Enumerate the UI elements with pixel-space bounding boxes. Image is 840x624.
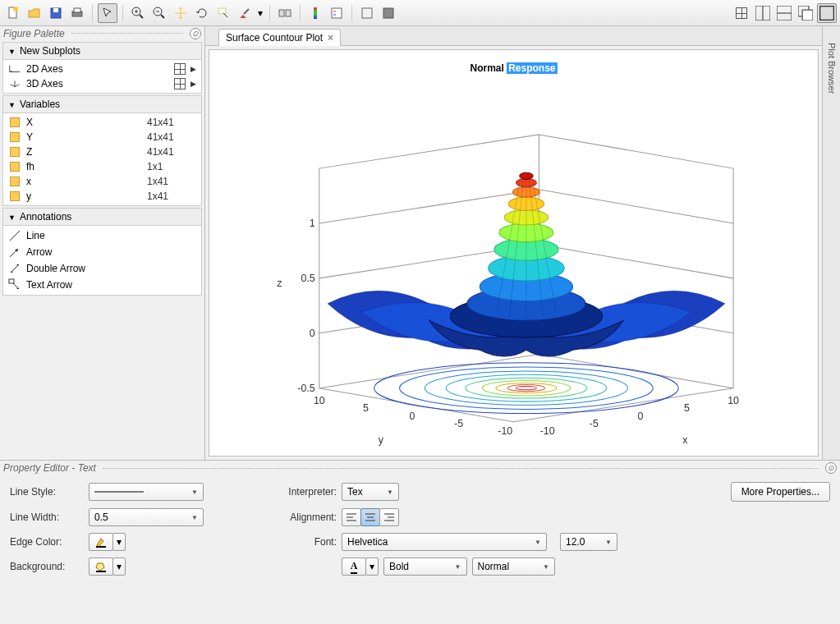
layout-4-button[interactable] (796, 3, 815, 23)
annotations-header[interactable]: Annotations (2, 208, 202, 226)
variable-icon (10, 162, 20, 172)
svg-text:0: 0 (310, 328, 315, 339)
variable-icon (10, 147, 20, 157)
align-left-button[interactable] (342, 508, 361, 526)
variable-row[interactable]: y1x41 (3, 189, 201, 204)
svg-text:z: z (277, 278, 282, 289)
svg-text:-5: -5 (454, 418, 463, 429)
grid-icon[interactable] (174, 63, 186, 75)
svg-point-59 (374, 363, 679, 414)
chevron-right-icon[interactable]: ▶ (190, 80, 196, 88)
rotate-button[interactable] (192, 3, 212, 23)
link-button[interactable] (275, 3, 295, 23)
variable-row[interactable]: Z41x41 (3, 145, 201, 159)
annotation-double-arrow[interactable]: Double Arrow (3, 260, 201, 277)
panel-menu-icon[interactable]: ⊙ (190, 28, 201, 39)
print-button[interactable] (67, 3, 87, 23)
open-button[interactable] (25, 3, 44, 23)
svg-rect-5 (74, 8, 80, 12)
data-cursor-button[interactable] (213, 3, 233, 23)
line-icon (8, 229, 21, 242)
interpreter-dropdown[interactable]: Tex (342, 483, 399, 501)
svg-point-62 (446, 374, 607, 401)
plot-area[interactable]: Normal Response (209, 49, 819, 457)
more-properties-button[interactable]: More Properties... (731, 482, 830, 502)
select-button[interactable] (98, 3, 117, 23)
svg-line-41 (539, 190, 733, 223)
property-editor-panel: Property Editor - Text ⊙ Line Style: Int… (0, 460, 840, 624)
edge-color-dropdown[interactable]: ▾ (112, 533, 126, 551)
close-tab-icon[interactable]: × (328, 32, 333, 44)
variable-row[interactable]: fh1x1 (3, 159, 201, 174)
font-label: Font: (263, 536, 337, 548)
svg-line-7 (140, 15, 143, 18)
layout-1-button[interactable] (732, 3, 751, 23)
chevron-right-icon[interactable]: ▶ (190, 65, 196, 73)
svg-point-63 (466, 378, 587, 398)
save-button[interactable] (46, 3, 66, 23)
plot-browser-panel[interactable]: Plot Browser (822, 26, 840, 460)
font-weight-dropdown[interactable]: Bold (383, 557, 467, 576)
figure-tab[interactable]: Surface Countour Plot × (218, 29, 341, 46)
variable-row[interactable]: x1x41 (3, 174, 201, 189)
subplot-2d-axes[interactable]: 2D Axes ▶ (3, 62, 201, 76)
surface-plot-svg: -0.5 0 0.5 1 z -10 -5 0 5 10 x -10 (209, 50, 818, 456)
layout-2-button[interactable] (753, 3, 773, 23)
variable-row[interactable]: X41x41 (3, 115, 201, 130)
property-editor-header[interactable]: Property Editor - Text ⊙ (0, 461, 840, 475)
align-right-button[interactable] (379, 508, 399, 526)
text-arrow-icon (8, 278, 21, 291)
svg-text:5: 5 (363, 402, 369, 414)
subplot-3d-axes[interactable]: 3D Axes ▶ (3, 76, 201, 91)
zoom-out-button[interactable] (149, 3, 169, 23)
variable-icon (10, 191, 20, 201)
svg-text:5: 5 (684, 402, 690, 414)
legend-button[interactable] (327, 3, 347, 23)
background-label: Background: (10, 561, 84, 572)
font-angle-dropdown[interactable]: Normal (472, 557, 556, 576)
variable-row[interactable]: Y41x41 (3, 130, 201, 145)
svg-rect-3 (53, 8, 58, 12)
align-center-button[interactable] (360, 508, 380, 526)
background-color-button[interactable] (89, 557, 113, 576)
svg-text:-10: -10 (498, 425, 512, 437)
font-size-dropdown[interactable]: 12.0 (560, 533, 617, 551)
font-color-dropdown[interactable]: ▾ (365, 557, 379, 576)
edge-color-button[interactable] (89, 533, 113, 551)
plot-browser-label: Plot Browser (827, 43, 837, 94)
annotation-text-arrow[interactable]: Text Arrow (3, 277, 201, 293)
pan-button[interactable] (171, 3, 190, 23)
font-dropdown[interactable]: Helvetica (342, 533, 547, 551)
background-color-dropdown[interactable]: ▾ (112, 557, 126, 576)
svg-point-1 (13, 7, 18, 11)
line-width-dropdown[interactable]: 0.5 (89, 508, 204, 526)
svg-text:0: 0 (637, 411, 643, 422)
annotation-arrow[interactable]: Arrow (3, 244, 201, 260)
line-style-dropdown[interactable] (89, 483, 204, 501)
undock-button[interactable] (379, 3, 398, 23)
brush-button[interactable] (235, 3, 255, 23)
grid-icon[interactable] (174, 78, 186, 89)
figure-palette-title: Figure Palette (3, 28, 65, 39)
variables-header[interactable]: Variables (2, 95, 202, 113)
colorbar-button[interactable] (305, 3, 325, 23)
layout-5-button[interactable] (817, 3, 837, 23)
zoom-in-button[interactable] (128, 3, 148, 23)
layout-3-button[interactable] (774, 3, 794, 23)
svg-rect-22 (362, 8, 372, 18)
dock-button[interactable] (357, 3, 377, 23)
brush-dropdown[interactable]: ▾ (256, 3, 264, 23)
plot-title[interactable]: Normal Response (470, 58, 557, 76)
annotation-line[interactable]: Line (3, 227, 201, 244)
new-file-button[interactable] (3, 3, 23, 23)
figure-palette-panel: Figure Palette ⊙ New Subplots 2D Axes ▶ … (0, 26, 205, 460)
figure-palette-header[interactable]: Figure Palette ⊙ (0, 26, 204, 40)
font-color-button[interactable]: A (342, 557, 366, 576)
new-subplots-header[interactable]: New Subplots (2, 42, 202, 60)
svg-text:x: x (682, 434, 688, 446)
svg-rect-13 (218, 8, 226, 14)
variable-icon (10, 177, 20, 186)
svg-text:-5: -5 (590, 418, 599, 429)
panel-menu-icon[interactable]: ⊙ (825, 462, 837, 474)
axes3d-icon (8, 78, 21, 89)
